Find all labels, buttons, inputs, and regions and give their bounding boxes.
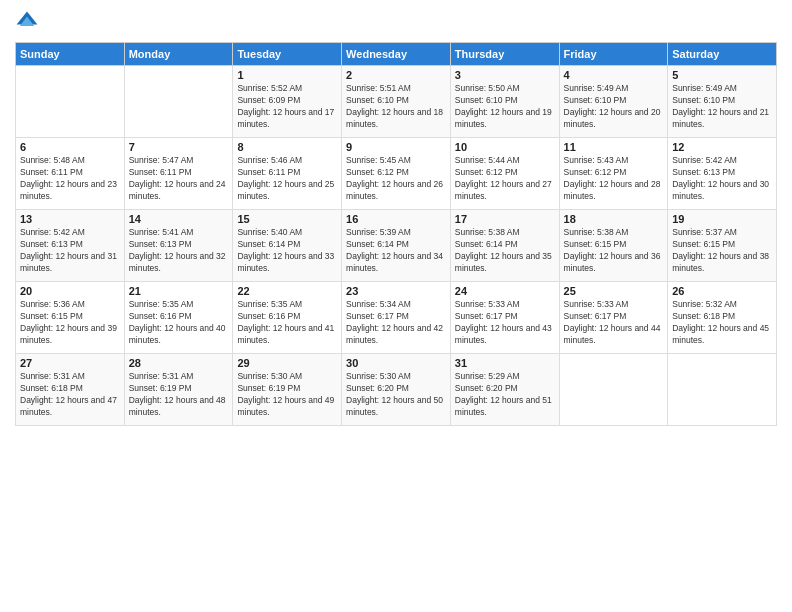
day-info: Sunrise: 5:37 AMSunset: 6:15 PMDaylight:…	[672, 227, 772, 275]
calendar-cell: 22Sunrise: 5:35 AMSunset: 6:16 PMDayligh…	[233, 282, 342, 354]
col-header-sunday: Sunday	[16, 43, 125, 66]
calendar-cell: 18Sunrise: 5:38 AMSunset: 6:15 PMDayligh…	[559, 210, 668, 282]
day-info: Sunrise: 5:30 AMSunset: 6:19 PMDaylight:…	[237, 371, 337, 419]
header	[15, 10, 777, 34]
day-number: 24	[455, 285, 555, 297]
day-info: Sunrise: 5:29 AMSunset: 6:20 PMDaylight:…	[455, 371, 555, 419]
calendar-cell: 14Sunrise: 5:41 AMSunset: 6:13 PMDayligh…	[124, 210, 233, 282]
col-header-tuesday: Tuesday	[233, 43, 342, 66]
calendar-cell: 5Sunrise: 5:49 AMSunset: 6:10 PMDaylight…	[668, 66, 777, 138]
day-number: 8	[237, 141, 337, 153]
day-number: 5	[672, 69, 772, 81]
day-number: 14	[129, 213, 229, 225]
day-number: 29	[237, 357, 337, 369]
day-number: 1	[237, 69, 337, 81]
day-info: Sunrise: 5:41 AMSunset: 6:13 PMDaylight:…	[129, 227, 229, 275]
day-number: 4	[564, 69, 664, 81]
calendar-cell: 28Sunrise: 5:31 AMSunset: 6:19 PMDayligh…	[124, 354, 233, 426]
day-number: 16	[346, 213, 446, 225]
week-row: 1Sunrise: 5:52 AMSunset: 6:09 PMDaylight…	[16, 66, 777, 138]
col-header-saturday: Saturday	[668, 43, 777, 66]
day-number: 11	[564, 141, 664, 153]
week-row: 6Sunrise: 5:48 AMSunset: 6:11 PMDaylight…	[16, 138, 777, 210]
day-info: Sunrise: 5:35 AMSunset: 6:16 PMDaylight:…	[129, 299, 229, 347]
calendar-cell: 19Sunrise: 5:37 AMSunset: 6:15 PMDayligh…	[668, 210, 777, 282]
calendar-cell: 8Sunrise: 5:46 AMSunset: 6:11 PMDaylight…	[233, 138, 342, 210]
calendar-cell: 26Sunrise: 5:32 AMSunset: 6:18 PMDayligh…	[668, 282, 777, 354]
day-number: 22	[237, 285, 337, 297]
day-info: Sunrise: 5:52 AMSunset: 6:09 PMDaylight:…	[237, 83, 337, 131]
day-number: 9	[346, 141, 446, 153]
day-info: Sunrise: 5:42 AMSunset: 6:13 PMDaylight:…	[672, 155, 772, 203]
calendar-cell: 12Sunrise: 5:42 AMSunset: 6:13 PMDayligh…	[668, 138, 777, 210]
day-number: 25	[564, 285, 664, 297]
day-number: 2	[346, 69, 446, 81]
col-header-thursday: Thursday	[450, 43, 559, 66]
header-row: SundayMondayTuesdayWednesdayThursdayFrid…	[16, 43, 777, 66]
calendar-table: SundayMondayTuesdayWednesdayThursdayFrid…	[15, 42, 777, 426]
calendar-cell: 16Sunrise: 5:39 AMSunset: 6:14 PMDayligh…	[342, 210, 451, 282]
day-number: 26	[672, 285, 772, 297]
day-info: Sunrise: 5:33 AMSunset: 6:17 PMDaylight:…	[455, 299, 555, 347]
day-info: Sunrise: 5:38 AMSunset: 6:15 PMDaylight:…	[564, 227, 664, 275]
day-info: Sunrise: 5:32 AMSunset: 6:18 PMDaylight:…	[672, 299, 772, 347]
day-info: Sunrise: 5:33 AMSunset: 6:17 PMDaylight:…	[564, 299, 664, 347]
day-info: Sunrise: 5:34 AMSunset: 6:17 PMDaylight:…	[346, 299, 446, 347]
calendar-cell: 25Sunrise: 5:33 AMSunset: 6:17 PMDayligh…	[559, 282, 668, 354]
calendar-cell: 27Sunrise: 5:31 AMSunset: 6:18 PMDayligh…	[16, 354, 125, 426]
calendar-cell	[124, 66, 233, 138]
calendar-cell: 24Sunrise: 5:33 AMSunset: 6:17 PMDayligh…	[450, 282, 559, 354]
day-info: Sunrise: 5:47 AMSunset: 6:11 PMDaylight:…	[129, 155, 229, 203]
col-header-friday: Friday	[559, 43, 668, 66]
calendar-cell: 15Sunrise: 5:40 AMSunset: 6:14 PMDayligh…	[233, 210, 342, 282]
day-number: 7	[129, 141, 229, 153]
day-info: Sunrise: 5:36 AMSunset: 6:15 PMDaylight:…	[20, 299, 120, 347]
day-info: Sunrise: 5:42 AMSunset: 6:13 PMDaylight:…	[20, 227, 120, 275]
calendar-cell: 21Sunrise: 5:35 AMSunset: 6:16 PMDayligh…	[124, 282, 233, 354]
week-row: 13Sunrise: 5:42 AMSunset: 6:13 PMDayligh…	[16, 210, 777, 282]
day-number: 12	[672, 141, 772, 153]
day-info: Sunrise: 5:45 AMSunset: 6:12 PMDaylight:…	[346, 155, 446, 203]
day-info: Sunrise: 5:49 AMSunset: 6:10 PMDaylight:…	[672, 83, 772, 131]
day-number: 23	[346, 285, 446, 297]
day-number: 31	[455, 357, 555, 369]
calendar-cell: 11Sunrise: 5:43 AMSunset: 6:12 PMDayligh…	[559, 138, 668, 210]
day-number: 21	[129, 285, 229, 297]
day-info: Sunrise: 5:38 AMSunset: 6:14 PMDaylight:…	[455, 227, 555, 275]
calendar-cell: 17Sunrise: 5:38 AMSunset: 6:14 PMDayligh…	[450, 210, 559, 282]
calendar-cell: 10Sunrise: 5:44 AMSunset: 6:12 PMDayligh…	[450, 138, 559, 210]
day-number: 6	[20, 141, 120, 153]
calendar-cell: 4Sunrise: 5:49 AMSunset: 6:10 PMDaylight…	[559, 66, 668, 138]
day-info: Sunrise: 5:44 AMSunset: 6:12 PMDaylight:…	[455, 155, 555, 203]
col-header-wednesday: Wednesday	[342, 43, 451, 66]
day-info: Sunrise: 5:30 AMSunset: 6:20 PMDaylight:…	[346, 371, 446, 419]
calendar-page: SundayMondayTuesdayWednesdayThursdayFrid…	[0, 0, 792, 612]
calendar-cell: 13Sunrise: 5:42 AMSunset: 6:13 PMDayligh…	[16, 210, 125, 282]
day-info: Sunrise: 5:51 AMSunset: 6:10 PMDaylight:…	[346, 83, 446, 131]
day-number: 10	[455, 141, 555, 153]
day-info: Sunrise: 5:40 AMSunset: 6:14 PMDaylight:…	[237, 227, 337, 275]
calendar-cell	[668, 354, 777, 426]
day-number: 30	[346, 357, 446, 369]
day-info: Sunrise: 5:39 AMSunset: 6:14 PMDaylight:…	[346, 227, 446, 275]
week-row: 20Sunrise: 5:36 AMSunset: 6:15 PMDayligh…	[16, 282, 777, 354]
day-number: 20	[20, 285, 120, 297]
day-number: 18	[564, 213, 664, 225]
calendar-cell: 30Sunrise: 5:30 AMSunset: 6:20 PMDayligh…	[342, 354, 451, 426]
calendar-cell: 23Sunrise: 5:34 AMSunset: 6:17 PMDayligh…	[342, 282, 451, 354]
calendar-cell: 1Sunrise: 5:52 AMSunset: 6:09 PMDaylight…	[233, 66, 342, 138]
day-info: Sunrise: 5:31 AMSunset: 6:18 PMDaylight:…	[20, 371, 120, 419]
day-number: 27	[20, 357, 120, 369]
day-info: Sunrise: 5:48 AMSunset: 6:11 PMDaylight:…	[20, 155, 120, 203]
day-info: Sunrise: 5:46 AMSunset: 6:11 PMDaylight:…	[237, 155, 337, 203]
calendar-cell: 6Sunrise: 5:48 AMSunset: 6:11 PMDaylight…	[16, 138, 125, 210]
day-number: 19	[672, 213, 772, 225]
day-info: Sunrise: 5:35 AMSunset: 6:16 PMDaylight:…	[237, 299, 337, 347]
col-header-monday: Monday	[124, 43, 233, 66]
day-info: Sunrise: 5:31 AMSunset: 6:19 PMDaylight:…	[129, 371, 229, 419]
logo-icon	[15, 10, 39, 34]
calendar-cell	[16, 66, 125, 138]
calendar-cell: 2Sunrise: 5:51 AMSunset: 6:10 PMDaylight…	[342, 66, 451, 138]
day-info: Sunrise: 5:50 AMSunset: 6:10 PMDaylight:…	[455, 83, 555, 131]
calendar-cell: 7Sunrise: 5:47 AMSunset: 6:11 PMDaylight…	[124, 138, 233, 210]
